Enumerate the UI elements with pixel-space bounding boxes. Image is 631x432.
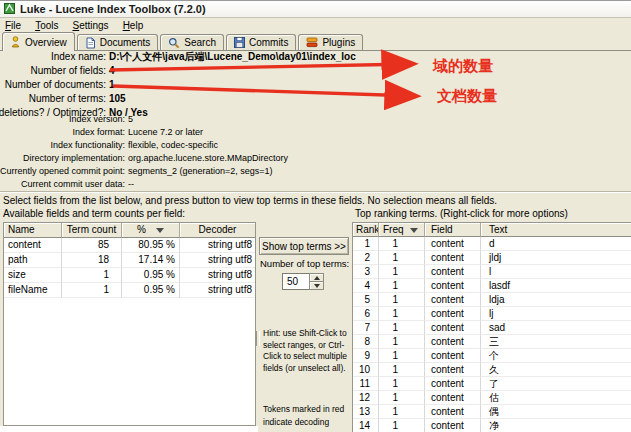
term-row[interactable]: 5 1 content ldja (353, 293, 631, 307)
term-row[interactable]: 6 1 content lj (353, 307, 631, 321)
term-row[interactable]: 9 1 content 个 (353, 349, 631, 363)
index-info-row: Index format: Lucene 7.2 or later (0, 126, 631, 139)
splitter-handle[interactable] (256, 331, 260, 346)
cell-text: d (481, 237, 631, 251)
term-row[interactable]: 3 1 content l (353, 265, 631, 279)
cell-text: lasdf (481, 279, 631, 293)
field-row[interactable]: content 85 80.95 % string utf8 (4, 238, 255, 253)
info-value: org.apache.lucene.store.MMapDirectory (128, 152, 288, 165)
cell-text: sad (481, 321, 631, 335)
tab-search[interactable]: Search (160, 34, 224, 50)
tab-overview[interactable]: Overview (2, 32, 75, 51)
column-header-text[interactable]: Text (481, 223, 631, 237)
menu-item-settings[interactable]: Settings (72, 20, 108, 31)
menu-item-file[interactable]: File (5, 20, 21, 31)
column-header-rank[interactable]: Rank (353, 223, 379, 237)
cell-freq: 1 (379, 335, 425, 349)
term-row[interactable]: 13 1 content 偶 (353, 405, 631, 419)
shift-click-hint: Hint: use Shift-Click to select ranges, … (263, 328, 356, 374)
document-icon (85, 37, 96, 49)
num-top-terms-input[interactable]: 50 (282, 273, 309, 290)
sort-desc-icon (156, 228, 164, 233)
tab-overview-label: Overview (25, 37, 67, 48)
term-row[interactable]: 11 1 content 了 (353, 377, 631, 391)
tab-commits-label: Commits (249, 37, 288, 48)
window-titlebar: Luke - Lucene Index Toolbox (7.2.0) (0, 1, 631, 18)
menu-item-help[interactable]: Help (123, 20, 144, 31)
column-header-percent[interactable]: % (122, 223, 180, 238)
cell-rank: 2 (353, 251, 379, 265)
index-info-row: Index version: 5 (0, 113, 631, 126)
cell-percent: 0.95 % (122, 268, 180, 283)
window-bottom-edge (0, 426, 258, 432)
cell-field: content (425, 377, 481, 391)
cell-rank: 14 (353, 419, 379, 432)
tab-documents[interactable]: Documents (77, 34, 159, 50)
cell-field: content (425, 349, 481, 363)
cell-freq: 1 (379, 391, 425, 405)
cell-freq: 1 (379, 419, 425, 432)
cell-rank: 4 (353, 279, 379, 293)
cell-field: content (425, 321, 481, 335)
column-header-term-count[interactable]: Term count (62, 223, 122, 238)
column-header-name[interactable]: Name (4, 223, 62, 238)
term-row[interactable]: 10 1 content 久 (353, 363, 631, 377)
search-icon (168, 37, 180, 49)
cell-freq: 1 (379, 265, 425, 279)
plugins-icon (306, 37, 318, 48)
cell-field-name: content (4, 238, 62, 253)
info-value: 4 (109, 64, 115, 78)
cell-field-name: size (4, 268, 62, 283)
column-header-freq[interactable]: Freq (379, 223, 425, 237)
menu-bar: File Tools Settings Help (0, 18, 631, 32)
cell-rank: 10 (353, 363, 379, 377)
select-fields-hint: Select fields from the list below, and p… (3, 195, 497, 206)
info-value: Lucene 7.2 or later (128, 126, 203, 139)
field-row[interactable]: path 18 17.14 % string utf8 (4, 253, 255, 268)
term-row[interactable]: 8 1 content 三 (353, 335, 631, 349)
terms-table-title: Top ranking terms. (Right-click for more… (355, 208, 568, 219)
spinner-up-button[interactable] (309, 273, 324, 282)
show-top-terms-button[interactable]: Show top terms >> (259, 237, 349, 255)
cell-field: content (425, 419, 481, 432)
term-row[interactable]: 2 1 content jldj (353, 251, 631, 265)
column-header-decoder[interactable]: Decoder (180, 223, 255, 238)
num-top-terms-spinner: 50 (282, 273, 324, 290)
info-label: Current commit user data: (21, 178, 125, 191)
cell-percent: 17.14 % (122, 253, 180, 268)
tab-plugins[interactable]: Plugins (298, 34, 363, 50)
column-header-field[interactable]: Field (425, 223, 481, 237)
section-separator (0, 191, 631, 193)
field-row[interactable]: fileName 1 0.95 % string utf8 (4, 283, 255, 298)
term-row[interactable]: 7 1 content sad (353, 321, 631, 335)
cell-percent: 80.95 % (122, 238, 180, 253)
cell-field-name: path (4, 253, 62, 268)
tab-plugins-label: Plugins (322, 37, 355, 48)
tab-commits[interactable]: Commits (226, 34, 296, 50)
cell-rank: 3 (353, 265, 379, 279)
cell-text: ldja (481, 293, 631, 307)
spinner-down-button[interactable] (309, 282, 324, 290)
cell-freq: 1 (379, 321, 425, 335)
cell-text: 三 (481, 335, 631, 349)
cell-field: content (425, 391, 481, 405)
term-row[interactable]: 4 1 content lasdf (353, 279, 631, 293)
overview-icon (10, 36, 21, 48)
info-value: segments_2 (generation=2, segs=1) (128, 165, 273, 178)
info-label: Index format: (72, 126, 125, 139)
menu-item-tools[interactable]: Tools (35, 20, 58, 31)
cell-text: 个 (481, 349, 631, 363)
tab-bar: Overview Documents Search (0, 32, 631, 51)
term-row[interactable]: 1 1 content d (353, 237, 631, 251)
cell-field: content (425, 405, 481, 419)
cell-text: l (481, 265, 631, 279)
term-row[interactable]: 14 1 content 净 (353, 419, 631, 432)
cell-freq: 1 (379, 405, 425, 419)
cell-field: content (425, 279, 481, 293)
cell-rank: 6 (353, 307, 379, 321)
term-row[interactable]: 12 1 content 估 (353, 391, 631, 405)
field-row[interactable]: size 1 0.95 % string utf8 (4, 268, 255, 283)
cell-field: content (425, 293, 481, 307)
fields-table: Name Term count % Decoder content 85 80.… (3, 222, 256, 426)
cell-term-count: 1 (62, 268, 122, 283)
